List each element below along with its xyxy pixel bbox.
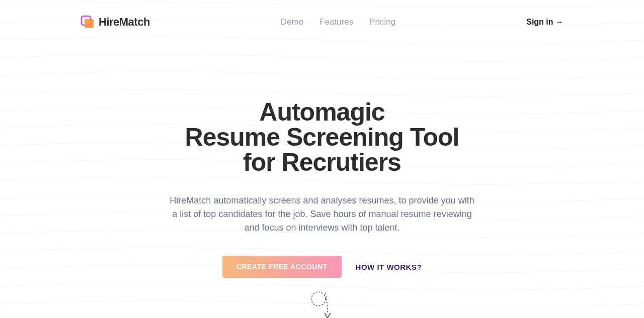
hero-section: Automagic Resume Screening Tool for Recr… — [80, 44, 564, 318]
how-it-works-button[interactable]: HOW IT WORKS? — [356, 263, 422, 271]
logo[interactable]: HireMatch — [80, 15, 150, 29]
doodle-arrow-icon — [309, 288, 335, 318]
logo-text: HireMatch — [99, 16, 150, 29]
hero-title: Automagic Resume Screening Tool for Recr… — [80, 99, 564, 175]
hero-title-line1: Automagic — [259, 98, 384, 126]
svg-rect-1 — [85, 19, 94, 28]
create-account-button[interactable]: CREATE FREE ACCOUNT — [222, 256, 342, 278]
hero-title-line2: Resume Screening Tool — [185, 123, 459, 151]
sign-in-link[interactable]: Sign in → — [526, 18, 564, 27]
svg-point-2 — [311, 292, 326, 306]
header: HireMatch Demo Features Pricing Sign in … — [0, 0, 644, 44]
hero-subtitle: HireMatch automatically screens and anal… — [166, 194, 478, 235]
hero-title-line3: for Recrutiers — [243, 148, 401, 176]
logo-icon — [80, 15, 95, 29]
nav-features[interactable]: Features — [319, 17, 353, 27]
nav-pricing[interactable]: Pricing — [369, 17, 395, 27]
cta-row: CREATE FREE ACCOUNT HOW IT WORKS? — [80, 256, 564, 278]
scroll-doodle — [80, 288, 564, 318]
nav-demo[interactable]: Demo — [281, 17, 303, 27]
main-nav: Demo Features Pricing — [281, 17, 395, 27]
